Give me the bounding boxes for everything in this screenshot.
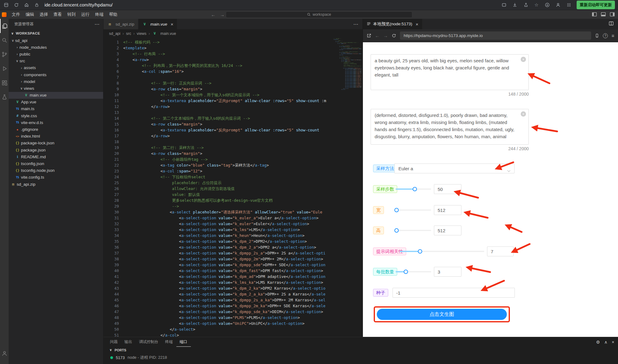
tree-item-components[interactable]: ›components (9, 71, 103, 78)
downloads-icon[interactable] (544, 2, 550, 8)
test-flask-icon[interactable] (0, 90, 9, 104)
tabs-grid-icon[interactable] (3, 2, 9, 8)
apps-grid-icon[interactable] (566, 2, 572, 8)
batch-input[interactable]: 3 (434, 267, 461, 277)
menu-item[interactable]: 转到 (65, 10, 78, 19)
height-slider[interactable] (396, 230, 431, 231)
gear-icon[interactable]: ⚙ (596, 340, 600, 345)
code-editor[interactable]: 1234567891011121314151617181920212223242… (103, 38, 363, 337)
tab-local-preview[interactable]: 本地预览(node:5173) × (363, 19, 423, 29)
clear-icon[interactable]: × (521, 111, 526, 117)
tree-item-sd-api-zip[interactable]: ▤sd_api.zip (9, 181, 103, 188)
code-content[interactable]: <!-- 模板代码 --><template> <!-- 行布局 --> <a-… (123, 39, 332, 337)
negative-prompt-textarea[interactable]: (deformed, distorted, disfigured:1.0), p… (371, 109, 529, 145)
bookmark-star-icon[interactable]: ☆ (533, 2, 540, 8)
history-forward-icon[interactable]: → (220, 12, 225, 17)
preview-back-icon[interactable]: ← (375, 33, 380, 38)
height-input[interactable]: 512 (434, 225, 461, 235)
batch-slider[interactable] (396, 271, 431, 272)
share-icon[interactable] (523, 2, 529, 8)
tree-item-assets[interactable]: ›assets (9, 64, 103, 71)
breadcrumb-item[interactable]: src (126, 31, 131, 36)
steps-slider-handle[interactable] (413, 187, 417, 191)
open-external-icon[interactable] (367, 33, 371, 38)
more-actions-icon[interactable]: ⋯ (95, 21, 99, 27)
tree-item-vite-config-ts[interactable]: TSvite.config.ts (9, 174, 103, 181)
close-icon[interactable]: × (612, 340, 614, 345)
generate-image-button[interactable]: 点击文生图 (377, 309, 507, 320)
breadcrumb-item[interactable]: views (137, 31, 146, 36)
batch-slider-handle[interactable] (404, 270, 408, 274)
workspace-section-header[interactable]: ∨ WORKSPACE (9, 30, 103, 37)
source-control-icon[interactable] (0, 47, 9, 61)
breadcrumb-item[interactable]: main.vue (160, 31, 176, 36)
tree-item-src[interactable]: ∨src (9, 58, 103, 64)
tree-item-views[interactable]: ∨views (9, 85, 103, 92)
tree-item-style-css[interactable]: #style.css (9, 112, 103, 119)
tree-item-gitignore[interactable]: ◆.gitignore (9, 126, 103, 133)
height-slider-handle[interactable] (394, 228, 399, 233)
tree-item-tsconfig-json[interactable]: {}tsconfig.json (9, 160, 103, 167)
tab-sd-api-zip[interactable]: ▤sd_api.zip (103, 19, 138, 29)
cfg-input[interactable]: 7 (487, 246, 514, 256)
help-icon[interactable]: ? (603, 33, 608, 38)
toggle-secondary-sidebar-icon[interactable] (610, 12, 615, 18)
reload-icon[interactable] (13, 2, 19, 8)
breadcrumb[interactable]: sd_api›src›views›Vmain.vue (103, 29, 363, 38)
tree-item-main-vue[interactable]: Vmain.vue (9, 92, 103, 99)
tree-item-app-vue[interactable]: VApp.vue (9, 99, 103, 105)
positive-prompt-textarea[interactable]: a beauty girl, 25 years old, with big ey… (371, 54, 529, 90)
tree-item-package-json[interactable]: {}package.json (9, 147, 103, 153)
history-back-icon[interactable]: ← (211, 12, 216, 17)
menu-item[interactable]: 查看 (51, 10, 65, 19)
home-icon[interactable] (23, 2, 30, 8)
panel-tab-item[interactable]: 端口 (176, 337, 191, 347)
browser-url[interactable]: ide.cloud.tencent.com/tty/hpdamu/ (44, 2, 113, 7)
restart-update-button[interactable]: 重新启动即可更新 (577, 1, 615, 9)
tree-item-model[interactable]: ›model (9, 78, 103, 85)
tree-item-public[interactable]: ›public (9, 51, 103, 57)
port-row[interactable]: 5173 node - 进程 PID: 2218 (110, 355, 618, 360)
menu-item[interactable]: 选择 (37, 10, 51, 19)
menu-item[interactable]: 终端 (92, 10, 106, 19)
menu-item[interactable]: 帮助 (106, 10, 120, 19)
tree-item-package-lock-json[interactable]: {}package-lock.json (9, 140, 103, 147)
close-icon[interactable]: × (171, 22, 174, 27)
editor-actions-more-icon[interactable]: ⋯ (353, 19, 363, 29)
tree-item-sd-api[interactable]: ∨sd_api (9, 37, 103, 44)
seed-input[interactable]: -1 (393, 288, 515, 298)
sampler-select[interactable]: Euler a (394, 163, 515, 173)
tree-item-index-html[interactable]: <>index.html (9, 133, 103, 140)
toggle-sidebar-icon[interactable] (592, 12, 597, 18)
split-editor-icon[interactable] (609, 21, 614, 27)
tree-item-readme-md[interactable]: ℹREADME.md (9, 153, 103, 160)
tree-item-tsconfig-node-json[interactable]: {}tsconfig.node.json (9, 167, 103, 174)
tree-item-node-modules[interactable]: ›node_modules (9, 44, 103, 51)
steps-slider[interactable] (396, 188, 431, 190)
lock-icon[interactable] (34, 2, 40, 8)
toggle-panel-icon[interactable] (601, 12, 606, 18)
breadcrumb-item[interactable]: sd_api (109, 31, 120, 36)
device-toolbar-icon[interactable] (595, 33, 599, 38)
tree-item-vite-env-d-ts[interactable]: TSvite-env.d.ts (9, 119, 103, 126)
preview-menu-icon[interactable]: ≡ (612, 33, 614, 38)
search-icon[interactable] (0, 33, 9, 47)
panel-tab-item[interactable]: 问题 (107, 337, 121, 347)
run-debug-icon[interactable] (0, 61, 9, 76)
width-slider[interactable] (396, 209, 431, 211)
panel-tab-item[interactable]: 终端 (162, 337, 176, 347)
minimap[interactable]: <!-- 模板代码 --><template> <!-- 行布局 --> <a-… (334, 38, 361, 90)
profile-avatar-icon[interactable] (555, 2, 561, 8)
chevron-up-icon[interactable]: ∧ (604, 340, 607, 345)
ports-section-header[interactable]: ∨ PORTS (108, 348, 618, 352)
preview-reload-icon[interactable] (392, 33, 396, 38)
width-input[interactable]: 512 (434, 205, 461, 215)
extensions-icon[interactable] (0, 76, 9, 90)
explorer-icon[interactable] (0, 19, 9, 33)
screenshot-icon[interactable] (501, 2, 507, 8)
account-icon[interactable] (0, 346, 9, 360)
close-icon[interactable]: × (416, 22, 418, 27)
panel-tab-item[interactable]: 输出 (121, 337, 136, 347)
tree-item-main-ts[interactable]: TSmain.ts (9, 105, 103, 112)
clear-icon[interactable]: × (521, 57, 526, 62)
